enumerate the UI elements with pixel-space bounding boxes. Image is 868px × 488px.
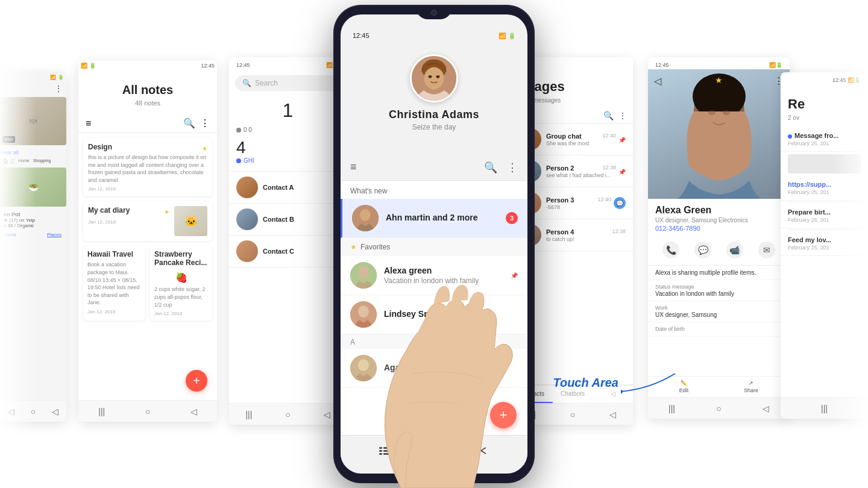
panel-contact: 12:45 📶🔋 ◁ ⋮ ★ Alexa Green UX d (648, 57, 790, 419)
section-letter-a: A (341, 334, 527, 349)
status-time: 12:45 (353, 32, 370, 39)
contact-birthdate: Date of birth (648, 322, 790, 337)
fab-button[interactable]: + (490, 402, 517, 428)
contact-email-btn[interactable]: ✉ (758, 242, 775, 260)
re-count: 2 ov (781, 114, 868, 127)
notes-title: All notes (78, 71, 217, 99)
status-bar: 12:45 📶 🔋 (341, 29, 527, 42)
contact-photo: ◁ ⋮ ★ (648, 69, 790, 199)
nav-back[interactable] (376, 442, 392, 459)
re-item-3: Prepare birt... February 26, 201 (781, 204, 868, 228)
bottom-nav-contact: ||| ○ ◁ (648, 397, 790, 419)
message-name-alexa: Alexa green (384, 266, 508, 275)
message-badge-ahn: 3 (506, 212, 518, 224)
bottom-nav-notes: ||| ○ ◁ (78, 400, 217, 422)
message-name-lindsey: Lindsey Smith (384, 309, 518, 319)
message-item-ahn[interactable]: Ahn martin and 2 more 3 (341, 199, 527, 238)
contact-video-btn[interactable]: 📹 (726, 242, 743, 260)
svg-point-6 (424, 67, 444, 90)
search-icon[interactable]: 🔍 (484, 161, 497, 174)
nav-recents[interactable] (476, 442, 492, 459)
food-image-2: 🥗 (0, 167, 66, 207)
panel-far-left: 📶🔋 ⋮ 🍽 $80 View all 🏠🛒 HomeShopping 🥗 en… (0, 72, 66, 422)
message-item-alexa[interactable]: Alexa green Vacation in london with fami… (341, 256, 527, 295)
favorites-label-text: Favorites (360, 243, 390, 251)
more-icon[interactable]: ⋮ (507, 161, 518, 174)
notes-count: 48 notes (78, 99, 217, 107)
message-avatar-lindsey (350, 301, 377, 328)
message-content-alexa: Alexa green Vacation in london with fami… (384, 266, 508, 285)
message-name-agatha: Agatha (384, 363, 518, 372)
status-icons: 📶 🔋 (498, 33, 515, 39)
svg-rect-21 (383, 450, 389, 452)
contact-sharing-note: Alexa is sharing multiple profile items. (648, 266, 790, 280)
contact-call-btn[interactable]: 📞 (662, 242, 679, 260)
message-item-agatha[interactable]: Agatha (341, 349, 527, 388)
whats-new-label: What's new (341, 181, 527, 199)
share-btn[interactable]: ↗ Share (744, 380, 758, 393)
contact-name: Alexa Green (648, 199, 790, 217)
svg-point-10 (360, 209, 371, 221)
star-icon: ★ (350, 243, 357, 251)
view-all-btn[interactable]: View all (0, 148, 66, 157)
contact-actions: 📞 💬 📹 ✉ (648, 237, 790, 266)
bottom-navigation (341, 435, 527, 465)
notes-add-btn[interactable]: + (186, 370, 207, 392)
bottom-nav-re: ||| (781, 397, 868, 419)
svg-point-7 (429, 75, 432, 78)
svg-rect-18 (379, 450, 382, 452)
message-preview-alexa: Vacation in london with family (384, 277, 508, 285)
contact-phone[interactable]: 012-3456-7890 (648, 224, 790, 237)
panel-re: 12:45 📶🔋 Re 2 ov Message fro... February… (781, 72, 868, 419)
profile-subtitle: Seize the day (412, 123, 456, 131)
favorites-section: ★ Favorites (341, 238, 527, 256)
touch-area-label: Touch Area (553, 376, 618, 390)
contact-status-msg: Status message Vacation in london with f… (648, 280, 790, 301)
message-avatar-agatha (350, 355, 377, 381)
main-phone: 12:45 📶 🔋 (335, 6, 533, 482)
notes-toolbar: ≡ 🔍 ⋮ (78, 114, 217, 133)
svg-rect-17 (379, 447, 382, 449)
message-item-lindsey[interactable]: Lindsey Smith (341, 295, 527, 334)
touch-area-annotation: Touch Area (553, 371, 681, 395)
panel-notes: 📶 🔋 12:45 All notes 48 notes ≡ 🔍 ⋮ Desig… (78, 60, 217, 422)
message-avatar-ahn (352, 205, 379, 231)
svg-point-12 (358, 266, 369, 278)
nav-home[interactable] (426, 442, 442, 459)
message-content-agatha: Agatha (384, 363, 518, 374)
search-bar[interactable]: 🔍 Search (235, 75, 341, 91)
bottom-nav-far-left: ◁ ○ ◁ (0, 400, 66, 422)
svg-rect-22 (383, 453, 389, 455)
svg-rect-19 (379, 453, 382, 455)
note-hawaii: Hawaii Travel Book a vacation package to… (83, 246, 145, 321)
phone-camera (431, 10, 437, 16)
action-bar: ≡ 🔍 ⋮ (341, 154, 527, 181)
contact-message-btn[interactable]: 💬 (694, 242, 711, 260)
svg-point-3 (723, 110, 730, 115)
touch-area-arrow (621, 371, 681, 395)
messages-section: What's new Ahn martin and 2 more 3 (341, 181, 527, 437)
svg-point-16 (358, 359, 369, 371)
svg-point-14 (358, 305, 369, 318)
svg-rect-23 (430, 447, 438, 454)
phone-screen: 12:45 📶 🔋 (341, 14, 527, 474)
re-item-4: Feed my lov... February 25, 201 (781, 231, 868, 256)
re-link-block (788, 154, 861, 174)
note-design: Design ★ this is a picture of design but… (83, 138, 212, 196)
contact-star[interactable]: ★ (715, 75, 723, 85)
menu-icon[interactable]: ≡ (350, 161, 357, 174)
search-placeholder: Search (255, 79, 278, 87)
contact-back-btn[interactable]: ◁ (654, 75, 661, 87)
svg-point-24 (621, 390, 623, 393)
svg-point-2 (708, 110, 715, 115)
calendar-date: 1 (229, 95, 347, 127)
re-title: Re (781, 84, 868, 114)
profile-avatar (410, 54, 458, 102)
bottom-nav-calendar: ||| ○ ◁ (229, 403, 347, 425)
message-name-ahn: Ahn martin and 2 more (386, 213, 506, 222)
contact-work: Work UX designer, Samsung (648, 301, 790, 322)
notes-status-bar: 📶 🔋 12:45 (78, 60, 217, 71)
food-image-1: 🍽 $80 (0, 97, 66, 145)
calendar-date-4: 4 (229, 133, 347, 157)
profile-section: Christina Adams Seize the day (341, 42, 527, 140)
